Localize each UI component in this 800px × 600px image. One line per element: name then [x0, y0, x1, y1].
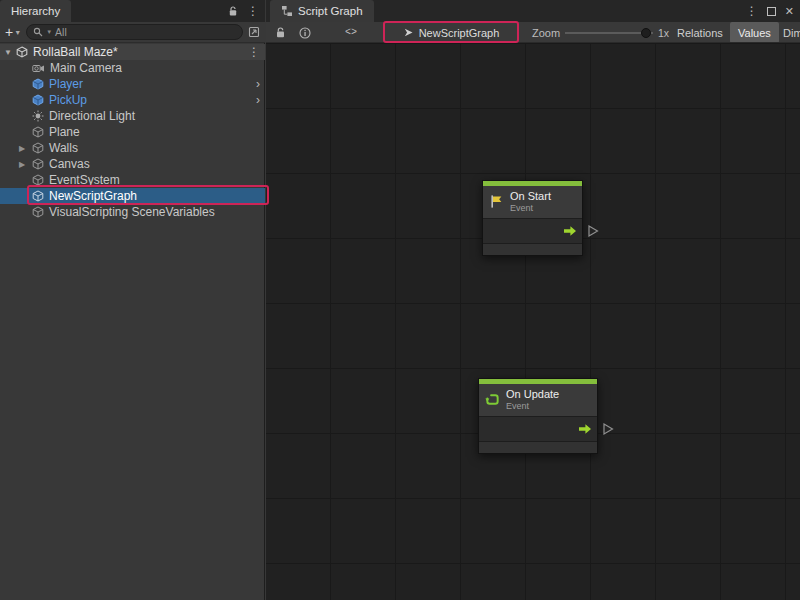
- zoom-label: Zoom: [532, 22, 560, 43]
- graph-breadcrumb[interactable]: NewScriptGraph: [384, 22, 518, 43]
- node-ports: [479, 416, 597, 441]
- tab-script-graph[interactable]: Script Graph: [270, 0, 374, 22]
- hierarchy-row-pickup[interactable]: PickUp ›: [0, 92, 265, 108]
- node-title: On Start: [510, 190, 551, 203]
- item-label: Plane: [49, 125, 80, 139]
- node-subtitle: Event: [510, 203, 551, 213]
- graph-tabstrip: Script Graph ⋮ ✕: [266, 0, 800, 22]
- node-title: On Update: [506, 388, 559, 401]
- flow-output-arrow-icon[interactable]: [578, 424, 592, 435]
- cube-icon: [32, 174, 44, 186]
- graph-lock-icon[interactable]: [275, 22, 286, 43]
- hierarchy-row-player[interactable]: Player ›: [0, 76, 265, 92]
- hierarchy-row-walls[interactable]: ▶ Walls: [0, 140, 265, 156]
- foldout-open-icon[interactable]: ▼: [4, 48, 12, 57]
- hierarchy-tabstrip: Hierarchy ⋮: [0, 0, 265, 22]
- graph-tab-label: Script Graph: [298, 5, 363, 17]
- scene-name: RollaBall Maze*: [33, 45, 118, 59]
- chevron-down-icon: ▼: [14, 29, 21, 36]
- hierarchy-row-main-camera[interactable]: Main Camera: [0, 60, 265, 76]
- node-ports: [483, 218, 582, 243]
- search-filter-label: All: [55, 26, 67, 38]
- zoom-slider-knob[interactable]: [641, 28, 651, 38]
- node-header[interactable]: On Start Event: [483, 186, 582, 218]
- scene-menu-icon[interactable]: ⋮: [248, 46, 260, 58]
- cube-icon: [32, 190, 44, 202]
- item-label: PickUp: [49, 93, 87, 107]
- start-flag-icon: [489, 194, 504, 209]
- zoom-slider[interactable]: [565, 22, 653, 43]
- foldout-closed-icon[interactable]: ▶: [19, 144, 25, 153]
- unity-scene-icon: [16, 46, 28, 58]
- node-footer: [483, 243, 582, 255]
- zoom-slider-track[interactable]: [565, 32, 653, 34]
- dim-toggle[interactable]: Dim: [783, 22, 800, 43]
- prefab-chevron-icon[interactable]: ›: [256, 93, 260, 107]
- node-footer: [479, 441, 597, 453]
- hierarchy-tree: ▼ RollaBall Maze* ⋮ Main Camera Player ›: [0, 44, 265, 220]
- hierarchy-row-visualscripting-scenevariables[interactable]: VisualScripting SceneVariables: [0, 204, 265, 220]
- close-icon[interactable]: ✕: [785, 5, 794, 18]
- prefab-cube-icon: [32, 94, 44, 106]
- graph-canvas[interactable]: [266, 43, 800, 600]
- cube-icon: [32, 206, 44, 218]
- tab-hierarchy[interactable]: Hierarchy: [0, 0, 71, 22]
- prefab-cube-icon: [32, 78, 44, 90]
- item-label: VisualScripting SceneVariables: [49, 205, 215, 219]
- hierarchy-row-directional-light[interactable]: Directional Light: [0, 108, 265, 124]
- item-label: Main Camera: [50, 61, 122, 75]
- node-on-update[interactable]: On Update Event: [478, 378, 598, 454]
- node-header[interactable]: On Update Event: [479, 384, 597, 416]
- node-on-start[interactable]: On Start Event: [482, 180, 583, 256]
- breadcrumb-label: NewScriptGraph: [419, 27, 500, 39]
- cube-icon: [32, 126, 44, 138]
- code-view-icon[interactable]: <>: [345, 22, 357, 43]
- search-input[interactable]: ▼ All: [26, 24, 243, 40]
- item-label: Directional Light: [49, 109, 135, 123]
- zoom-value: 1x: [658, 22, 669, 43]
- maximize-icon[interactable]: [767, 7, 776, 16]
- prefab-chevron-icon[interactable]: ›: [256, 77, 260, 91]
- hierarchy-row-canvas[interactable]: ▶ Canvas: [0, 156, 265, 172]
- hierarchy-row-eventsystem[interactable]: EventSystem: [0, 172, 265, 188]
- hierarchy-menu-icon[interactable]: ⋮: [247, 5, 259, 17]
- graph-tab-icon: [281, 5, 293, 17]
- hierarchy-panel: Hierarchy ⋮ + ▼ ▼ All ▼: [0, 0, 265, 600]
- plus-icon: +: [5, 25, 13, 39]
- item-label: Canvas: [49, 157, 90, 171]
- light-icon: [32, 110, 44, 122]
- script-graph-asset-icon: [403, 27, 414, 38]
- item-label: Player: [49, 77, 83, 91]
- camera-icon: [32, 63, 45, 74]
- cube-icon: [32, 142, 44, 154]
- item-label: EventSystem: [49, 173, 120, 187]
- graph-menu-icon[interactable]: ⋮: [746, 5, 758, 17]
- scene-row[interactable]: ▼ RollaBall Maze* ⋮: [0, 44, 265, 60]
- cube-icon: [32, 158, 44, 170]
- hierarchy-row-plane[interactable]: Plane: [0, 124, 265, 140]
- flow-output-port-icon[interactable]: [602, 423, 614, 436]
- flow-output-port-icon[interactable]: [587, 225, 599, 238]
- item-label: NewScriptGraph: [49, 189, 137, 203]
- hierarchy-tab-label: Hierarchy: [11, 5, 60, 17]
- search-filter-caret-icon: ▼: [46, 29, 52, 35]
- lock-icon[interactable]: [228, 6, 238, 17]
- info-icon[interactable]: [299, 22, 311, 43]
- graph-toolbar: <> NewScriptGraph Zoom 1x Relations Valu…: [266, 22, 800, 43]
- update-loop-icon: [485, 392, 500, 407]
- foldout-closed-icon[interactable]: ▶: [19, 160, 25, 169]
- node-subtitle: Event: [506, 401, 559, 411]
- item-label: Walls: [49, 141, 78, 155]
- hierarchy-row-newscriptgraph[interactable]: NewScriptGraph: [0, 188, 265, 204]
- relations-toggle[interactable]: Relations: [677, 22, 723, 43]
- script-graph-panel: Script Graph ⋮ ✕ <> NewScriptGraph Zoom: [266, 0, 800, 600]
- hierarchy-toolbar: + ▼ ▼ All: [0, 22, 265, 43]
- values-toggle[interactable]: Values: [730, 22, 779, 43]
- add-gameobject-button[interactable]: + ▼: [5, 25, 21, 39]
- search-icon: [33, 27, 43, 37]
- flow-output-arrow-icon[interactable]: [563, 226, 577, 237]
- scene-picker-icon[interactable]: [248, 26, 260, 38]
